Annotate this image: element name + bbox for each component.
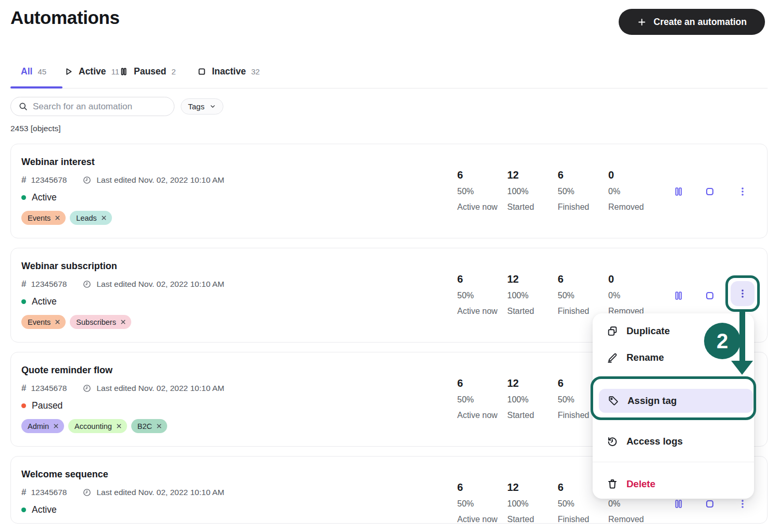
- automation-name[interactable]: Webinar interest: [21, 157, 95, 168]
- stat-active-now: 650%Active now: [457, 273, 506, 316]
- search-icon: [18, 102, 28, 111]
- status-label: Active: [32, 192, 57, 203]
- tags-filter-label: Tags: [188, 102, 205, 111]
- tab-paused-label: Paused: [134, 66, 166, 77]
- automation-name[interactable]: Webinar subscription: [21, 261, 117, 272]
- pause-automation-icon[interactable]: [673, 290, 684, 301]
- remove-tag-icon[interactable]: [116, 423, 122, 429]
- remove-tag-icon[interactable]: [54, 319, 61, 325]
- menu-item-delete[interactable]: Delete: [607, 478, 656, 490]
- stat-active-now: 650%Active now: [457, 377, 506, 420]
- kebab-menu-highlight-ring: [725, 275, 760, 312]
- kebab-menu-icon[interactable]: [731, 281, 755, 306]
- tag-pill: Leads: [70, 211, 112, 225]
- results-count: 2453 [objects]: [10, 124, 61, 133]
- tag-label: Events: [28, 214, 51, 222]
- status-badge: Active: [21, 192, 57, 203]
- stat-removed: 00%Removed: [608, 273, 657, 316]
- tab-all-label: All: [21, 66, 32, 77]
- automation-name[interactable]: Welcome sequence: [21, 469, 108, 480]
- stat-finished: 650%Finished: [558, 273, 607, 316]
- search-input[interactable]: [33, 102, 168, 112]
- create-automation-button[interactable]: Create an automation: [619, 9, 765, 35]
- automation-name[interactable]: Quote reminder flow: [21, 365, 112, 376]
- automation-id: 12345678: [31, 280, 67, 289]
- menu-item-assign-tag[interactable]: Assign tag: [599, 389, 753, 413]
- tab-inactive[interactable]: Inactive 32: [197, 62, 260, 80]
- status-dot: [21, 299, 26, 304]
- menu-divider: [593, 462, 754, 462]
- annotation-arrowhead: [731, 361, 753, 375]
- tab-paused[interactable]: Paused 2: [119, 62, 176, 80]
- clock-icon: [82, 175, 92, 185]
- menu-item-duplicate[interactable]: Duplicate: [607, 325, 670, 337]
- stat-started: 12100%Started: [507, 169, 556, 212]
- tab-all[interactable]: All 45: [21, 62, 46, 80]
- create-automation-label: Create an automation: [654, 17, 747, 28]
- clock-icon: [82, 384, 92, 393]
- tag-icon: [608, 395, 619, 407]
- automation-meta: # 12345678 Last edited Nov. 02, 2022 10:…: [21, 383, 224, 394]
- menu-item-rename[interactable]: Rename: [607, 352, 664, 363]
- status-badge: Active: [21, 504, 57, 515]
- tags-filter-dropdown[interactable]: Tags: [181, 98, 223, 115]
- automation-id: 12345678: [31, 488, 67, 497]
- status-label: Active: [32, 504, 57, 515]
- remove-tag-icon[interactable]: [156, 423, 162, 429]
- stat-active-now: 650%Active now: [457, 482, 506, 524]
- stop-automation-icon[interactable]: [704, 186, 716, 197]
- chevron-down-icon: [209, 103, 216, 110]
- trash-icon: [607, 478, 618, 490]
- menu-item-access-logs[interactable]: Access logs: [607, 436, 683, 447]
- status-label: Active: [32, 296, 57, 307]
- hash-icon: #: [21, 383, 26, 394]
- hash-icon: #: [21, 487, 26, 498]
- tag-label: Events: [28, 318, 51, 326]
- kebab-menu-icon[interactable]: [737, 498, 748, 510]
- automation-meta: # 12345678 Last edited Nov. 02, 2022 10:…: [21, 487, 224, 498]
- stat-active-now: 650%Active now: [457, 169, 506, 212]
- stat-finished: 650%Finished: [558, 169, 607, 212]
- pause-automation-icon[interactable]: [673, 186, 684, 197]
- automation-meta: # 12345678 Last edited Nov. 02, 2022 10:…: [21, 279, 224, 289]
- clock-icon: [82, 280, 92, 289]
- tag-row: Admin Accounting B2C: [21, 419, 167, 433]
- automation-meta: # 12345678 Last edited Nov. 02, 2022 10:…: [21, 175, 224, 185]
- play-icon: [64, 67, 73, 77]
- tab-active[interactable]: Active 11: [64, 62, 119, 80]
- tag-label: Leads: [76, 214, 97, 222]
- stop-icon: [197, 67, 207, 77]
- duplicate-icon: [607, 325, 618, 337]
- pause-icon: [119, 67, 129, 77]
- kebab-menu-icon[interactable]: [737, 186, 748, 197]
- status-dot: [21, 508, 26, 512]
- status-dot: [21, 403, 26, 408]
- automations-page: Automations Create an automation All 45 …: [0, 0, 778, 532]
- stop-automation-icon[interactable]: [704, 498, 716, 510]
- annotation-step-badge: 2: [704, 323, 741, 359]
- tag-label: B2C: [137, 422, 152, 430]
- clock-icon: [82, 488, 92, 497]
- last-edited: Last edited Nov. 02, 2022 10:10 AM: [96, 175, 224, 185]
- automation-id: 12345678: [31, 384, 67, 393]
- tag-pill: Accounting: [68, 419, 127, 433]
- hash-icon: #: [21, 279, 26, 289]
- remove-tag-icon[interactable]: [120, 319, 127, 325]
- tag-row: Events Leads: [21, 211, 112, 225]
- page-title: Automations: [10, 7, 119, 28]
- tag-pill: Events: [21, 211, 66, 225]
- pause-automation-icon[interactable]: [673, 498, 684, 510]
- stat-started: 12100%Started: [507, 377, 556, 420]
- stop-automation-icon[interactable]: [704, 290, 716, 301]
- tag-row: Events Subscribers: [21, 315, 131, 329]
- remove-tag-icon[interactable]: [53, 423, 59, 429]
- status-badge: Paused: [21, 400, 62, 411]
- remove-tag-icon[interactable]: [54, 214, 61, 221]
- remove-tag-icon[interactable]: [101, 214, 107, 221]
- tab-inactive-label: Inactive: [212, 66, 246, 77]
- annotation-arrow: [739, 311, 745, 361]
- tab-active-count: 11: [111, 67, 120, 76]
- last-edited: Last edited Nov. 02, 2022 10:10 AM: [96, 488, 224, 497]
- stat-removed: 00%Removed: [608, 169, 657, 212]
- automation-card: Webinar interest # 12345678 Last edited …: [10, 144, 768, 238]
